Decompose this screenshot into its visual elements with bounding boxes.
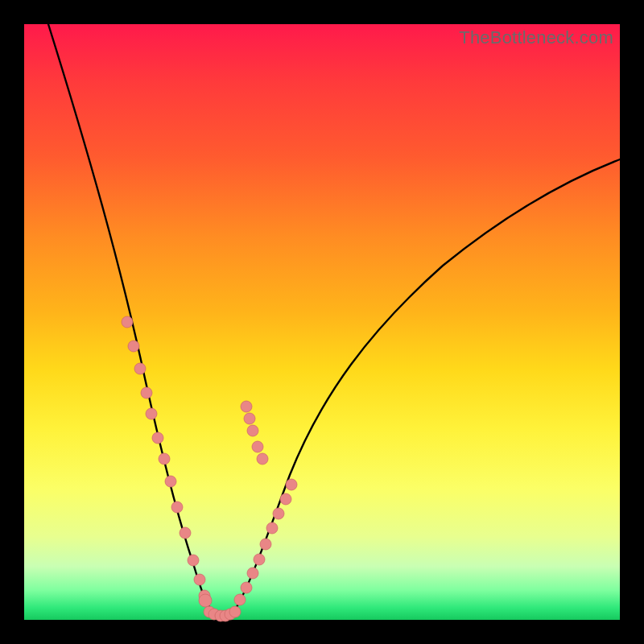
right-curve [232, 159, 620, 615]
plot-area: TheBottleneck.com [24, 24, 620, 620]
svg-point-5 [152, 432, 163, 444]
svg-point-10 [188, 555, 199, 566]
svg-point-2 [134, 363, 146, 374]
svg-point-26 [273, 508, 284, 519]
svg-point-31 [247, 425, 258, 436]
svg-point-33 [241, 401, 252, 412]
svg-point-6 [159, 453, 170, 464]
svg-point-27 [280, 493, 291, 505]
svg-point-32 [244, 413, 255, 424]
svg-point-13 [199, 594, 212, 607]
svg-point-9 [180, 527, 191, 539]
svg-point-0 [122, 316, 133, 328]
svg-point-19 [229, 606, 241, 617]
marker-dots [122, 316, 297, 621]
svg-point-11 [194, 574, 205, 585]
svg-point-8 [171, 502, 183, 513]
svg-point-4 [146, 408, 157, 419]
svg-point-3 [141, 387, 152, 398]
svg-point-20 [234, 594, 246, 605]
svg-point-21 [241, 582, 252, 593]
chart-frame: TheBottleneck.com [0, 0, 644, 644]
left-curve [48, 24, 217, 615]
svg-point-30 [252, 441, 263, 452]
svg-point-24 [260, 539, 271, 550]
chart-svg [24, 24, 620, 620]
svg-point-28 [286, 479, 297, 490]
svg-point-1 [128, 341, 139, 352]
svg-point-25 [266, 522, 278, 534]
svg-point-29 [257, 453, 268, 464]
svg-point-7 [165, 476, 176, 487]
svg-point-22 [247, 568, 258, 579]
svg-point-23 [254, 554, 265, 565]
